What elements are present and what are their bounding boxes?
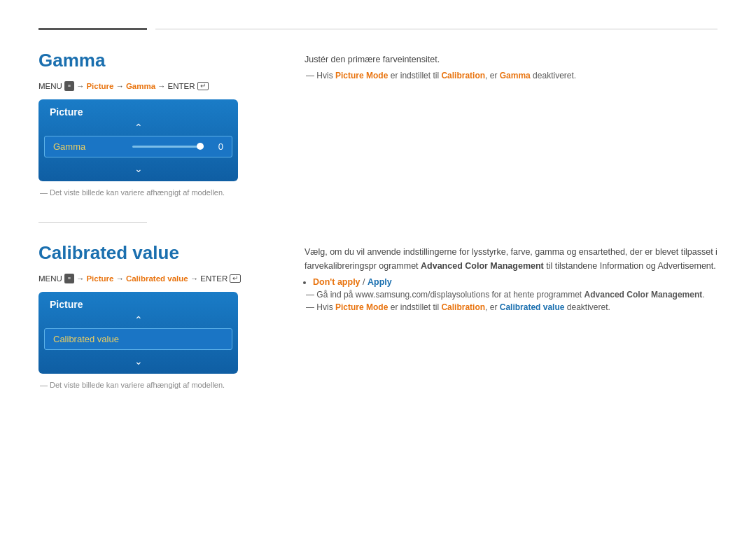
divider-light <box>155 29 718 29</box>
gamma-path-enter: ENTER <box>168 82 195 90</box>
gamma-note-calibration: Calibration <box>441 71 485 80</box>
calibrated-title: Calibrated value <box>38 242 276 264</box>
cal-note2-picture-mode: Picture Mode <box>335 302 388 312</box>
calibrated-note1-acm: Advanced Color Management <box>584 290 703 300</box>
gamma-slider-thumb <box>197 143 204 150</box>
gamma-widget-header: Picture <box>38 99 238 120</box>
calibrated-desc-acm: Advanced Color Management <box>421 261 544 271</box>
calibrated-bullet-list: Don't apply / Apply <box>304 277 718 287</box>
calibrated-picture-widget: Picture ⌃ Calibrated value ⌄ <box>38 292 238 374</box>
cal-menu-icon: ≡ <box>64 274 74 283</box>
gamma-row-label: Gamma <box>53 141 125 152</box>
cal-menu-label: MENU <box>38 274 62 283</box>
section-divider <box>38 222 147 223</box>
gamma-note-picture-mode: Picture Mode <box>335 71 388 80</box>
gamma-picture-widget: Picture ⌃ Gamma 0 ⌄ <box>38 99 238 181</box>
gamma-section: Gamma MENU ≡ → Picture → Gamma → ENTER ↵… <box>38 50 718 197</box>
cal-path-picture: Picture <box>86 274 113 283</box>
divider-dark <box>38 28 147 30</box>
gamma-path-picture: Picture <box>86 82 113 90</box>
calibrated-note1: Gå ind på www.samsung.com/displaysolutio… <box>304 290 718 300</box>
page-container: Gamma MENU ≡ → Picture → Gamma → ENTER ↵… <box>0 0 756 442</box>
gamma-chevron-up-icon[interactable]: ⌃ <box>38 120 238 136</box>
apply-text[interactable]: Apply <box>368 277 392 287</box>
gamma-chevron-down-icon[interactable]: ⌄ <box>38 160 238 181</box>
top-dividers <box>38 28 718 30</box>
gamma-widget-row[interactable]: Gamma 0 <box>44 136 232 157</box>
calibrated-section: Calibrated value MENU ≡ → Picture → Cali… <box>38 242 718 389</box>
calibrated-widget-header: Picture <box>38 292 238 313</box>
dont-apply-text[interactable]: Don't apply <box>313 277 360 287</box>
cal-note2-calibrated-value: Calibrated value <box>500 302 565 312</box>
gamma-left-col: Gamma MENU ≡ → Picture → Gamma → ENTER ↵… <box>38 50 276 197</box>
gamma-footnote: Det viste billede kan variere afhængigt … <box>38 188 276 197</box>
calibrated-footnote: Det viste billede kan variere afhængigt … <box>38 381 276 389</box>
gamma-right-col: Justér den primære farveintensitet. Hvis… <box>304 50 718 197</box>
menu-label: MENU <box>38 82 62 90</box>
cal-note2-calibration: Calibration <box>441 302 485 312</box>
gamma-title: Gamma <box>38 50 276 71</box>
calibrated-menu-path: MENU ≡ → Picture → Calibrated value → EN… <box>38 274 276 283</box>
cal-path-calibrated: Calibrated value <box>126 274 188 283</box>
gamma-note-gamma: Gamma <box>500 71 531 80</box>
enter-icon: ↵ <box>197 82 209 90</box>
calibrated-row-label: Calibrated value <box>53 334 223 344</box>
calibrated-description: Vælg, om du vil anvende indstillingerne … <box>304 245 718 273</box>
calibrated-note2: Hvis Picture Mode er indstillet til Cali… <box>304 302 718 312</box>
gamma-menu-path: MENU ≡ → Picture → Gamma → ENTER ↵ <box>38 81 276 91</box>
calibrated-chevron-down-icon[interactable]: ⌄ <box>38 353 238 374</box>
calibrated-left-col: Calibrated value MENU ≡ → Picture → Cali… <box>38 242 276 389</box>
cal-enter-icon: ↵ <box>230 274 241 283</box>
cal-path-enter: ENTER <box>200 274 227 283</box>
slash-separator: / <box>360 277 368 287</box>
calibrated-apply-option: Don't apply / Apply <box>313 277 718 287</box>
calibrated-chevron-up-icon[interactable]: ⌃ <box>38 313 238 328</box>
gamma-row-value: 0 <box>211 141 223 152</box>
apply-links: Don't apply / Apply <box>313 277 392 287</box>
calibrated-widget-row[interactable]: Calibrated value <box>44 328 232 350</box>
gamma-path-gamma: Gamma <box>126 82 155 90</box>
gamma-description: Justér den primære farveintensitet. <box>304 52 718 66</box>
gamma-slider-track[interactable] <box>132 146 204 148</box>
calibrated-right-col: Vælg, om du vil anvende indstillingerne … <box>304 242 718 389</box>
gamma-note: Hvis Picture Mode er indstillet til Cali… <box>304 71 718 80</box>
menu-icon: ≡ <box>64 81 74 91</box>
